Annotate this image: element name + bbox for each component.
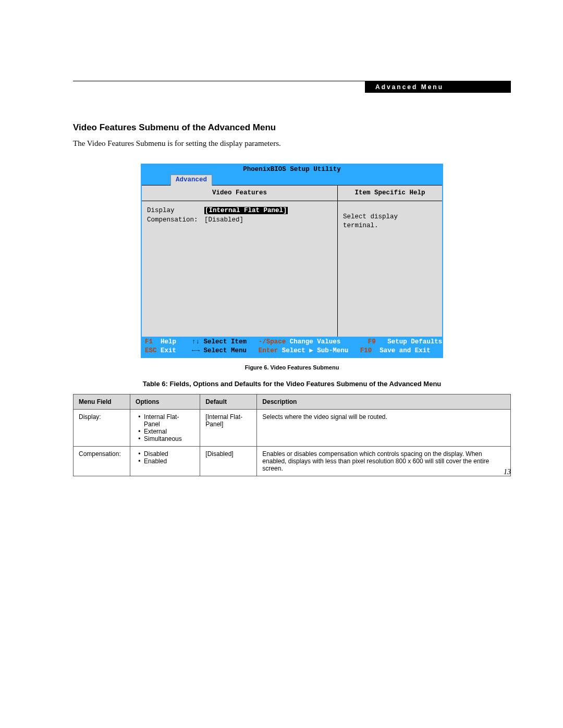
cell-field: Compensation: (74, 446, 130, 476)
bios-key: F9 (368, 338, 376, 347)
cell-default: [Disabled] (200, 446, 257, 476)
bios-footer-row: F1 Help ↑↓ Select Item -/Space Change Va… (145, 338, 439, 347)
cell-field: Display: (74, 409, 130, 446)
bios-tabbar: Advanced (142, 175, 442, 185)
bios-key-label: Select ▶ Sub-Menu (282, 347, 349, 355)
list-item: Simultaneous (144, 435, 194, 442)
bios-key-label: Change Values (290, 338, 341, 347)
bios-key-label: Select Item (204, 338, 247, 347)
options-table: Menu Field Options Default Description D… (73, 394, 511, 476)
th-options: Options (130, 394, 200, 409)
table-header-row: Menu Field Options Default Description (74, 394, 511, 409)
list-item: External (144, 428, 194, 435)
bios-body: Video Features Display [Internal Flat Pa… (142, 185, 442, 337)
cell-desc: Selects where the video signal will be r… (257, 409, 511, 446)
bios-footer: F1 Help ↑↓ Select Item -/Space Change Va… (142, 337, 442, 357)
header-bar: Advanced Menu (365, 81, 511, 93)
bios-frame: PhoenixBIOS Setup Utility Advanced Video… (141, 164, 443, 358)
bios-key-label: Save and Exit (380, 347, 431, 355)
cell-options: Disabled Enabled (130, 446, 200, 476)
bios-key: ESC (145, 347, 157, 355)
bios-field-value-selected: [Internal Flat Panel] (204, 207, 288, 214)
page-number: 13 (504, 468, 511, 476)
bios-key: ↑↓ (192, 338, 200, 347)
intro-text: The Video Features Submenu is for settin… (73, 139, 511, 148)
bios-field-value: [Disabled] (204, 216, 243, 224)
list-item: Enabled (144, 458, 194, 465)
table-caption: Table 6: Fields, Options and Defaults fo… (73, 380, 511, 388)
bios-field-row: Display [Internal Flat Panel] (147, 206, 332, 215)
bios-field-row: Compensation: [Disabled] (147, 216, 332, 225)
bios-key: ←→ (192, 347, 200, 355)
table-row: Display: Internal Flat-Panel External Si… (74, 409, 511, 446)
bios-title: PhoenixBIOS Setup Utility (142, 165, 442, 175)
bios-key: F1 (145, 338, 153, 347)
cell-default: [Internal Flat-Panel] (200, 409, 257, 446)
bios-key-label: Exit (161, 347, 176, 355)
bios-field-label: Compensation: (147, 216, 204, 225)
list-item: Disabled (144, 450, 194, 458)
bios-key: Enter (259, 347, 278, 355)
bios-key-label: Setup Defaults (387, 338, 442, 347)
bios-footer-row: ESC Exit ←→ Select Menu Enter Select ▶ S… (145, 347, 439, 355)
bios-key: F10 (360, 347, 372, 355)
bios-key-label: Help (161, 338, 176, 347)
th-default: Default (200, 394, 257, 409)
figure-caption: Figure 6. Video Features Submenu (73, 364, 511, 371)
cell-options: Internal Flat-Panel External Simultaneou… (130, 409, 200, 446)
bios-help-text: Select display terminal. (343, 206, 437, 230)
section-title: Video Features Submenu of the Advanced M… (73, 122, 511, 133)
bios-left-heading: Video Features (142, 189, 337, 201)
bios-right-pane: Item Specific Help Select display termin… (338, 186, 442, 337)
bios-key: -/Space (259, 338, 286, 347)
cell-desc: Enables or disables compensation which c… (257, 446, 511, 476)
bios-tab-advanced: Advanced (170, 175, 212, 186)
table-row: Compensation: Disabled Enabled [Disabled… (74, 446, 511, 476)
bios-field-label: Display (147, 206, 204, 215)
header-rule: Advanced Menu (73, 81, 511, 94)
bios-left-pane: Video Features Display [Internal Flat Pa… (142, 186, 338, 337)
bios-right-heading: Item Specific Help (338, 189, 442, 201)
bios-key-label: Select Menu (204, 347, 247, 355)
th-description: Description (257, 394, 511, 409)
th-menu-field: Menu Field (74, 394, 130, 409)
list-item: Internal Flat-Panel (144, 413, 194, 428)
